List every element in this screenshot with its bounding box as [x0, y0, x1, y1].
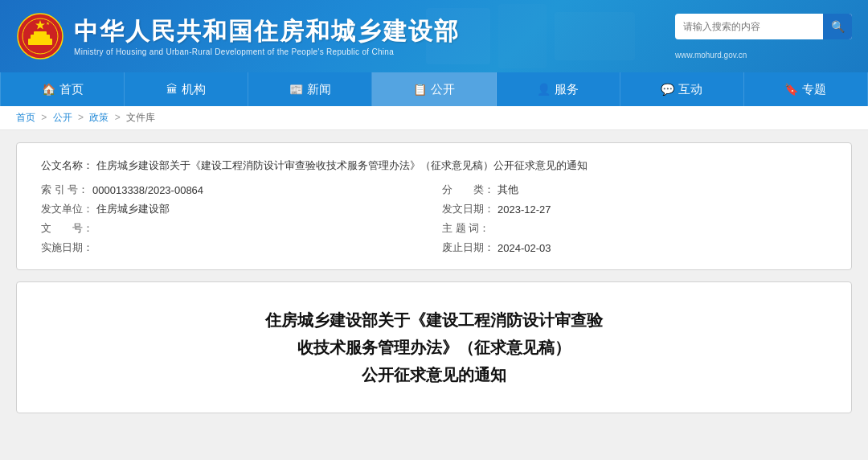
doc-title-label: 公文名称：	[41, 159, 93, 171]
news-icon: 📰	[289, 83, 303, 96]
breadcrumb-current: 文件库	[126, 112, 155, 123]
expire-label: 废止日期：	[442, 240, 494, 255]
svg-rect-2	[555, 12, 635, 60]
doc-body-card: 住房城乡建设部关于《建设工程消防设计审查验 收技术服务管理办法》（征求意见稿） …	[16, 281, 852, 413]
doc-field-docnum: 文 号：	[41, 221, 426, 236]
nav-item-home[interactable]: 🏠 首页	[0, 72, 125, 106]
special-icon: 🔖	[784, 83, 798, 96]
main-content: 公文名称： 住房城乡建设部关于《建设工程消防设计审查验收技术服务管理办法》（征求…	[0, 130, 868, 425]
breadcrumb-sep-2: >	[78, 112, 84, 123]
index-value: 000013338/2023-00864	[92, 184, 203, 196]
search-input[interactable]	[675, 21, 823, 32]
keywords-label: 主 题 词：	[442, 221, 490, 236]
doc-body-title: 住房城乡建设部关于《建设工程消防设计审查验 收技术服务管理办法》（征求意见稿） …	[57, 306, 811, 388]
site-title-block: 中华人民共和国住房和城乡建设部 Ministry of Housing and …	[74, 17, 460, 56]
open-icon: 📋	[413, 83, 427, 96]
nav-item-org[interactable]: 🏛 机构	[125, 72, 248, 106]
index-label: 索 引 号：	[41, 183, 89, 197]
doc-field-expire: 废止日期： 2024-02-03	[442, 240, 827, 255]
issue-date-label: 发文日期：	[442, 202, 494, 216]
nav-label-home: 首页	[59, 82, 84, 97]
doc-body-title-line1: 住房城乡建设部关于《建设工程消防设计审查验	[265, 311, 603, 329]
doc-field-issuer: 发文单位： 住房城乡建设部	[41, 202, 426, 216]
doc-fields-grid: 索 引 号： 000013338/2023-00864 发文单位： 住房城乡建设…	[41, 183, 827, 255]
site-header: 中华人民共和国住房和城乡建设部 Ministry of Housing and …	[0, 0, 868, 72]
doc-body-title-line2: 收技术服务管理办法》（征求意见稿）	[297, 339, 571, 356]
nav-label-interact: 互动	[678, 82, 702, 97]
doc-info-card: 公文名称： 住房城乡建设部关于《建设工程消防设计审查验收技术服务管理办法》（征求…	[16, 142, 852, 270]
doc-field-category: 分 类： 其他	[442, 183, 827, 197]
website-url: www.mohurd.gov.cn	[675, 51, 747, 60]
nav-label-news: 新闻	[307, 82, 331, 97]
doc-title-row: 公文名称： 住房城乡建设部关于《建设工程消防设计审查验收技术服务管理办法》（征求…	[41, 158, 827, 173]
nav-label-service: 服务	[555, 82, 579, 97]
nav-item-news[interactable]: 📰 新闻	[248, 72, 372, 106]
doc-title-value: 住房城乡建设部关于《建设工程消防设计审查验收技术服务管理办法》（征求意见稿）公开…	[96, 159, 588, 171]
header-right-area: 🔍 www.mohurd.gov.cn	[675, 14, 852, 60]
issuer-label: 发文单位：	[41, 202, 93, 216]
category-label: 分 类：	[442, 183, 494, 197]
site-title-en: Ministry of Housing and Urban-Rural Deve…	[74, 47, 460, 56]
svg-rect-5	[28, 39, 52, 45]
doc-field-impl: 实施日期：	[41, 240, 426, 255]
issuer-value: 住房城乡建设部	[96, 202, 170, 216]
nav-item-open[interactable]: 📋 公开	[372, 72, 496, 106]
main-nav: 🏠 首页 🏛 机构 📰 新闻 📋 公开 👤 服务 💬 互动 🔖 专题	[0, 72, 868, 106]
national-emblem	[16, 12, 64, 60]
search-button[interactable]: 🔍	[823, 14, 852, 39]
nav-label-org: 机构	[182, 82, 206, 97]
docnum-label: 文 号：	[41, 221, 93, 236]
home-icon: 🏠	[42, 83, 55, 96]
breadcrumb-open[interactable]: 公开	[53, 112, 72, 123]
search-box[interactable]: 🔍	[675, 14, 852, 39]
doc-body-title-line3: 公开征求意见的通知	[362, 366, 506, 384]
doc-fields-left: 索 引 号： 000013338/2023-00864 发文单位： 住房城乡建设…	[41, 183, 426, 255]
header-logo-area: 中华人民共和国住房和城乡建设部 Ministry of Housing and …	[16, 12, 460, 60]
nav-label-open: 公开	[431, 82, 455, 97]
service-icon: 👤	[537, 83, 551, 96]
issue-date-value: 2023-12-27	[497, 203, 551, 216]
svg-rect-1	[498, 4, 547, 68]
expire-value: 2024-02-03	[497, 242, 551, 254]
breadcrumb: 首页 > 公开 > 政策 > 文件库	[0, 106, 868, 130]
site-title-cn: 中华人民共和国住房和城乡建设部	[74, 17, 460, 46]
breadcrumb-sep-3: >	[115, 112, 121, 123]
nav-item-service[interactable]: 👤 服务	[497, 72, 620, 106]
org-icon: 🏛	[166, 83, 178, 96]
nav-label-special: 专题	[802, 82, 826, 97]
doc-field-issue-date: 发文日期： 2023-12-27	[442, 202, 827, 216]
category-value: 其他	[497, 183, 518, 197]
nav-item-interact[interactable]: 💬 互动	[620, 72, 744, 106]
svg-rect-7	[34, 31, 47, 35]
breadcrumb-home[interactable]: 首页	[16, 112, 35, 123]
interact-icon: 💬	[661, 83, 674, 96]
impl-label: 实施日期：	[41, 240, 93, 255]
doc-fields-right: 分 类： 其他 发文日期： 2023-12-27 主 题 词： 废止日期： 20…	[442, 183, 827, 255]
nav-item-special[interactable]: 🔖 专题	[744, 72, 868, 106]
doc-field-index: 索 引 号： 000013338/2023-00864	[41, 183, 426, 197]
doc-field-keywords: 主 题 词：	[442, 221, 827, 236]
breadcrumb-sep-1: >	[41, 112, 47, 123]
breadcrumb-policy[interactable]: 政策	[89, 112, 108, 123]
